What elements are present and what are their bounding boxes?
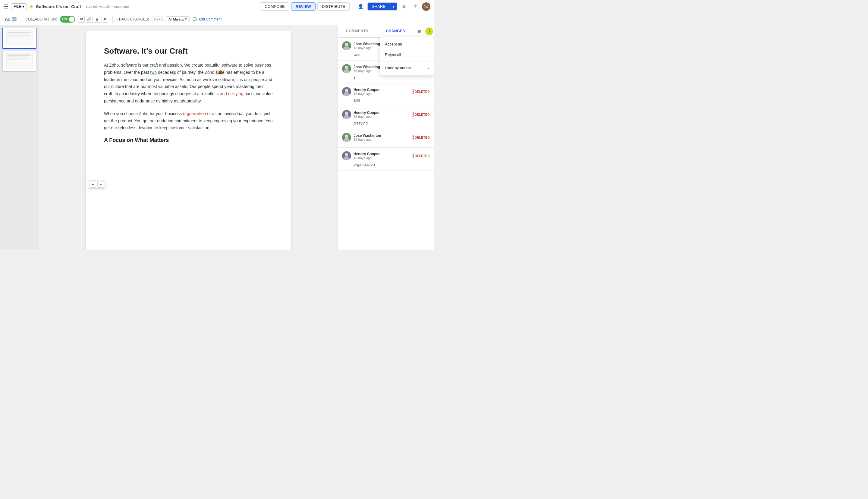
change-author-avatar [342, 110, 351, 119]
svg-point-0 [345, 43, 349, 46]
change-type-badge: DELETED [413, 135, 430, 140]
para1-decades: decades [157, 70, 174, 75]
change-item[interactable]: Hendry Cooper 13 days ago DELETED organi… [338, 148, 434, 171]
markup-arrow-icon: ▾ [185, 17, 187, 21]
presentation-icon-button[interactable]: 👤 [356, 2, 366, 11]
right-panel: COMMENTS CHANGES ⊞ ⋮ Accept all Reject a… [338, 25, 434, 250]
change-author-avatar [342, 64, 351, 73]
panel-dropdown-menu: Accept all Reject all Filter by author › [380, 37, 434, 75]
change-author-avatar [342, 151, 351, 160]
svg-point-6 [345, 111, 349, 115]
change-type-label: DELETED [415, 113, 430, 116]
change-content-text: organization [342, 162, 430, 167]
change-type-label: DELETED [415, 154, 430, 158]
accept-all-option[interactable]: Accept all [380, 39, 434, 49]
help-button[interactable]: ? [411, 2, 420, 11]
doc-heading: Software. It's our Craft [104, 46, 273, 56]
compose-button[interactable]: COMPOSE [260, 2, 289, 11]
para1-rest: of journey, the Zoho [176, 70, 216, 75]
inline-edit-toolbar: + ≡ [88, 180, 106, 188]
change-content-text: s [342, 75, 430, 80]
filter-by-author-option[interactable]: Filter by author › [380, 63, 434, 73]
change-type-label: DELETED [415, 90, 430, 94]
toggle-knob [69, 16, 74, 22]
markup-dropdown-button[interactable]: All Markup ▾ [166, 16, 190, 22]
user-avatar[interactable]: JW [422, 2, 430, 11]
change-meta: Hendry Cooper 13 days ago [354, 152, 410, 160]
change-type-label: DELETED [415, 136, 430, 139]
change-time: 13 days ago [354, 92, 410, 96]
document-page: Software. It's our Craft At Zoho, softwa… [86, 31, 291, 250]
change-author-name: Jose Washinton [354, 133, 410, 138]
filter-by-author-label: Filter by author [385, 66, 411, 70]
dropdown-separator [380, 61, 434, 61]
change-author-avatar [342, 41, 351, 50]
reject-all-option[interactable]: Reject all [380, 49, 434, 60]
language-icon: 🔤 [12, 17, 16, 21]
thumbnail-2[interactable] [2, 51, 36, 72]
panel-more-button[interactable]: ⋮ [424, 25, 434, 37]
change-content-text: and [342, 98, 430, 102]
change-bar [413, 135, 414, 140]
change-author-name: Hendry Cooper [354, 111, 410, 115]
collaboration-toggle[interactable]: ON [60, 16, 75, 23]
track-changes-label: TRACK CHANGES: [117, 17, 149, 21]
doc-paragraph-1: At Zoho, software is our craft and passi… [104, 62, 273, 105]
add-comment-button[interactable]: 💬 Add Comment [193, 17, 221, 21]
change-item[interactable]: Jose Washinton 13 days ago DELETED [338, 129, 434, 148]
editor-area[interactable]: Software. It's our Craft At Zoho, softwa… [39, 25, 338, 250]
change-author-name: Hendry Cooper [354, 88, 410, 92]
collab-chat-icon-button[interactable]: ≡ [101, 16, 108, 23]
more-options-circle[interactable]: ⋮ [425, 27, 433, 35]
svg-point-4 [345, 88, 349, 92]
thumbnail-1[interactable] [2, 28, 36, 49]
file-menu-button[interactable]: FILE ▾ [11, 3, 27, 10]
edit-toolbar-btn-2[interactable]: ≡ [97, 181, 104, 188]
email-icon-button[interactable]: ✉ [78, 16, 85, 23]
svg-point-7 [344, 115, 350, 119]
change-item[interactable]: Hendry Cooper 13 days ago DELETED dizzyi… [338, 106, 434, 129]
toolbar-separator-2 [112, 16, 113, 23]
highlighted-word-suite: suite [216, 70, 224, 75]
collaboration-icons: ✉ 🔗 ⊞ ≡ [78, 16, 108, 23]
change-meta: Hendry Cooper 13 days ago [354, 111, 410, 119]
add-comment-label: Add Comment [198, 17, 221, 21]
collab-settings-icon-button[interactable]: ⊞ [94, 16, 100, 23]
change-content-text: dizzying [342, 121, 430, 125]
spell-check-icon: Ac [5, 17, 10, 22]
change-time: 13 days ago [354, 156, 410, 160]
panel-filter-icon-button[interactable]: ⊞ [415, 25, 424, 37]
file-label: FILE [14, 4, 21, 9]
distribute-button[interactable]: DISTRIBUTE [317, 2, 350, 11]
change-author-avatar [342, 87, 351, 96]
hamburger-menu-icon[interactable]: ☰ [4, 3, 9, 10]
added-word-two: two [150, 70, 157, 75]
svg-point-3 [344, 69, 350, 73]
panel-tabs: COMMENTS CHANGES ⊞ ⋮ Accept all Reject a… [338, 25, 434, 38]
share-button-group: SHARE ▾ [367, 2, 397, 11]
share-button[interactable]: SHARE [368, 3, 390, 10]
collaboration-label: COLLABORATION: [25, 17, 57, 21]
edit-toolbar-btn-1[interactable]: + [89, 181, 96, 188]
filter-arrow-icon: › [428, 66, 429, 70]
track-changes-toggle[interactable]: OFF [152, 16, 163, 22]
svg-point-8 [345, 134, 349, 138]
tab-changes[interactable]: CHANGES [377, 25, 415, 37]
reject-all-label: Reject all [385, 52, 401, 57]
filter-icon: ⊞ [418, 29, 421, 34]
change-bar [413, 112, 414, 117]
favorite-star-icon[interactable]: ★ [29, 4, 34, 9]
review-button[interactable]: REVIEW [291, 2, 316, 11]
svg-point-9 [344, 138, 350, 142]
share-link-icon-button[interactable]: 🔗 [86, 16, 93, 23]
change-bar [413, 154, 414, 158]
settings-button[interactable]: ⚙ [399, 2, 409, 11]
tab-comments[interactable]: COMMENTS [338, 25, 377, 37]
svg-point-10 [345, 153, 349, 156]
spell-check-group: Ac 🔤 [5, 17, 16, 22]
thumbnail-panel [0, 25, 39, 250]
change-item[interactable]: Hendry Cooper 13 days ago DELETED and [338, 84, 434, 106]
change-author-name: Hendry Cooper [354, 152, 410, 156]
share-dropdown-button[interactable]: ▾ [390, 3, 397, 10]
markup-label: All Markup [169, 17, 184, 21]
